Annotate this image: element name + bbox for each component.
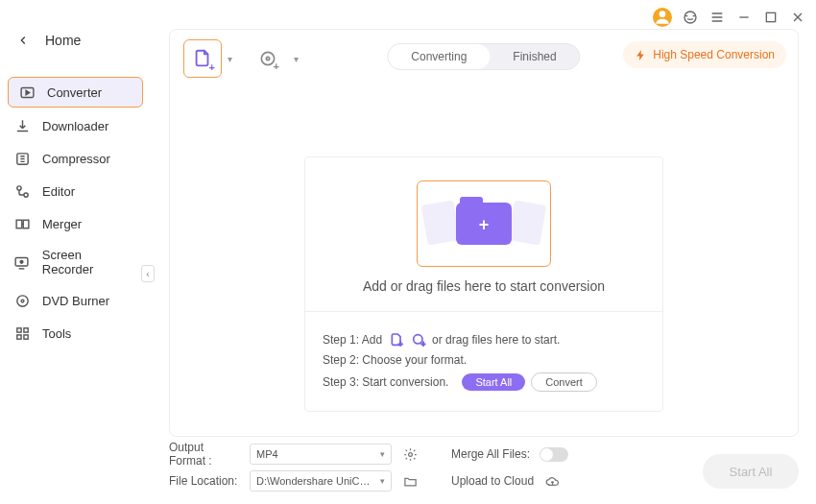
compressor-icon (13, 150, 31, 167)
start-all-pill[interactable]: Start All (462, 373, 525, 391)
output-format-label: Output Format : (169, 441, 240, 468)
svg-rect-15 (16, 334, 20, 338)
disc-plus-icon: + (410, 331, 426, 348)
high-speed-label: High Speed Conversion (653, 48, 775, 61)
svg-point-6 (23, 192, 27, 196)
dvd-burner-icon (13, 292, 31, 309)
folder-icon: + (456, 203, 512, 245)
svg-point-5 (16, 185, 20, 189)
sidebar-item-label: Downloader (42, 119, 108, 133)
svg-text:+: + (420, 339, 424, 347)
svg-point-0 (660, 11, 666, 17)
close-icon[interactable] (789, 9, 806, 26)
svg-rect-2 (766, 12, 775, 21)
sidebar-item-label: Merger (42, 217, 82, 231)
sidebar-item-screen-recorder[interactable]: Screen Recorder (0, 240, 149, 284)
svg-point-11 (16, 295, 27, 305)
svg-rect-7 (16, 220, 22, 228)
sidebar-item-converter[interactable]: Converter (8, 77, 143, 108)
sidebar-item-merger[interactable]: Merger (0, 207, 149, 240)
sidebar-item-editor[interactable]: Editor (0, 175, 149, 207)
output-format-value: MP4 (256, 448, 278, 460)
avatar[interactable] (653, 8, 672, 27)
footer: Output Format : MP4 ▾ Merge All Files: F… (169, 441, 799, 494)
sidebar-item-label: Converter (47, 85, 102, 100)
output-format-select[interactable]: MP4 ▾ (250, 444, 392, 465)
svg-rect-14 (23, 327, 27, 331)
merge-label: Merge All Files: (451, 447, 530, 461)
tab-finished[interactable]: Finished (490, 44, 579, 69)
main-panel: + ▾ + ▾ Converting Finished High Speed C… (169, 29, 799, 437)
add-dvd-button[interactable]: + ▾ (249, 39, 287, 78)
svg-rect-13 (16, 327, 20, 331)
editor-icon (13, 182, 31, 200)
file-location-value: D:\Wondershare UniConverter 1 (256, 475, 372, 487)
sidebar-item-downloader[interactable]: Downloader (0, 109, 149, 142)
svg-point-18 (266, 57, 269, 60)
drop-message: Add or drag files here to start conversi… (305, 278, 662, 294)
sidebar-item-label: Editor (42, 184, 75, 199)
settings-icon[interactable] (401, 445, 419, 463)
sidebar-item-label: Tools (42, 326, 71, 341)
step2-text: Step 2: Choose your format. (323, 353, 467, 367)
sidebar-item-label: Screen Recorder (42, 248, 135, 276)
start-all-button[interactable]: Start All (703, 454, 799, 489)
chevron-down-icon: ▾ (380, 449, 385, 459)
back-label: Home (45, 33, 81, 48)
merge-toggle[interactable] (540, 447, 568, 462)
add-file-button[interactable]: + ▾ (183, 39, 222, 78)
minimize-icon[interactable] (735, 9, 753, 26)
downloader-icon (13, 117, 31, 134)
sidebar-item-dvd-burner[interactable]: DVD Burner (0, 284, 149, 317)
add-folder-box[interactable]: + (417, 180, 551, 267)
sidebar-item-label: DVD Burner (42, 294, 109, 308)
cloud-upload-icon[interactable] (543, 472, 561, 490)
chevron-down-icon: ▾ (380, 476, 385, 486)
step3-text: Step 3: Start conversion. (323, 375, 448, 389)
svg-point-12 (21, 300, 24, 302)
file-location-label: File Location: (169, 474, 240, 488)
sidebar: Home Converter Downloader Compressor Edi… (0, 0, 149, 504)
convert-pill[interactable]: Convert (531, 372, 597, 392)
sidebar-collapse-handle[interactable]: ‹ (141, 265, 155, 282)
menu-icon[interactable] (708, 9, 726, 26)
screen-recorder-icon (13, 253, 31, 271)
svg-rect-16 (23, 334, 27, 338)
file-plus-icon: + (388, 331, 404, 348)
converter-icon (18, 84, 36, 101)
tools-icon (13, 324, 31, 342)
chevron-down-icon[interactable]: ▾ (228, 54, 232, 64)
sidebar-item-tools[interactable]: Tools (0, 317, 149, 349)
step1-suffix: or drag files here to start. (432, 333, 560, 347)
high-speed-button[interactable]: High Speed Conversion (623, 41, 786, 68)
sidebar-item-compressor[interactable]: Compressor (0, 142, 149, 175)
maximize-icon[interactable] (762, 9, 780, 26)
svg-point-22 (408, 452, 412, 456)
svg-point-10 (20, 260, 23, 263)
chevron-down-icon[interactable]: ▾ (294, 54, 299, 64)
tab-segmented: Converting Finished (387, 43, 580, 70)
file-location-select[interactable]: D:\Wondershare UniConverter 1 ▾ (250, 470, 392, 492)
svg-point-1 (684, 12, 696, 23)
back-button[interactable]: Home (0, 27, 149, 54)
svg-text:+: + (398, 339, 402, 347)
step1-prefix: Step 1: Add (323, 333, 382, 347)
upload-label: Upload to Cloud (451, 474, 534, 488)
tab-converting[interactable]: Converting (388, 44, 490, 69)
support-icon[interactable] (682, 9, 699, 26)
drop-area[interactable]: + Add or drag files here to start conver… (304, 156, 663, 412)
open-folder-icon[interactable] (401, 472, 419, 490)
sidebar-item-label: Compressor (42, 152, 110, 166)
svg-rect-8 (23, 220, 29, 228)
merger-icon (13, 215, 31, 232)
